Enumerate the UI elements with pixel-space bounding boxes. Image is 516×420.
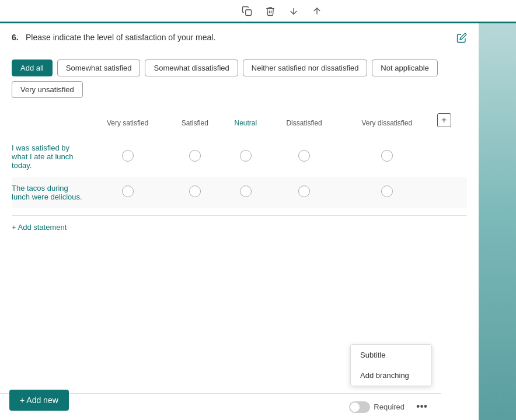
dropdown-add-branching[interactable]: Add branching: [351, 365, 431, 386]
add-column-btn[interactable]: +: [435, 110, 467, 136]
required-toggle: Required: [349, 401, 405, 413]
option-somewhat-dissatisfied[interactable]: Somewhat dissatisfied: [145, 60, 238, 76]
radio-circle[interactable]: [189, 186, 201, 197]
required-toggle-switch[interactable]: [349, 401, 370, 413]
row-2-label: The tacos during lunch were delicious.: [12, 177, 88, 208]
question-number: 6.: [12, 33, 21, 42]
radio-circle[interactable]: [122, 150, 134, 162]
question-text: Please indicate the level of satisfactio…: [26, 33, 452, 42]
survey-panel: 6. Please indicate the level of satisfac…: [0, 23, 479, 420]
move-down-icon[interactable]: [284, 2, 303, 20]
radio-r1c6: [435, 136, 467, 177]
move-up-icon[interactable]: [308, 2, 326, 20]
more-options-icon[interactable]: •••: [412, 398, 432, 415]
add-statement-row[interactable]: + Add statement: [12, 215, 467, 236]
radio-circle[interactable]: [381, 150, 393, 162]
radio-r1c3[interactable]: [222, 136, 270, 177]
add-branching-label: Add branching: [360, 371, 409, 380]
add-statement-label: + Add statement: [12, 223, 67, 232]
option-not-applicable[interactable]: Not applicable: [372, 60, 437, 76]
radio-r1c2[interactable]: [168, 136, 222, 177]
radio-r2c5[interactable]: [339, 177, 435, 208]
delete-icon[interactable]: [261, 2, 280, 20]
radio-circle[interactable]: [189, 150, 201, 162]
radio-r1c1[interactable]: [88, 136, 168, 177]
dropdown-menu: Subtitle Add branching: [350, 344, 432, 386]
row-1-label: I was satisfied by what I ate at lunch t…: [12, 136, 88, 177]
col-neutral: Neutral: [222, 110, 270, 136]
option-somewhat-satisfied[interactable]: Somewhat satisfied: [57, 60, 141, 76]
radio-circle[interactable]: [240, 186, 252, 197]
matrix-table: Very satisfied Satisfied Neutral Dissati…: [12, 110, 467, 208]
option-neither[interactable]: Neither satisfied nor dissatisfied: [243, 60, 368, 76]
options-row: Add all Somewhat satisfied Somewhat diss…: [12, 60, 467, 98]
radio-r1c5[interactable]: [339, 136, 435, 177]
radio-circle[interactable]: [298, 186, 310, 197]
top-toolbar: [0, 0, 516, 23]
col-satisfied: Satisfied: [168, 110, 222, 136]
dropdown-subtitle[interactable]: Subtitle: [351, 345, 431, 365]
copy-icon[interactable]: [238, 2, 256, 20]
matrix-row-1: I was satisfied by what I ate at lunch t…: [12, 136, 467, 177]
question-header: 6. Please indicate the level of satisfac…: [12, 33, 467, 50]
radio-circle[interactable]: [298, 150, 310, 162]
matrix-row-header: [12, 110, 88, 136]
right-panel: [479, 23, 516, 420]
radio-circle[interactable]: [122, 186, 134, 197]
radio-r2c2[interactable]: [168, 177, 222, 208]
col-very-satisfied: Very satisfied: [88, 110, 168, 136]
edit-icon[interactable]: [456, 33, 467, 46]
add-new-label: + Add new: [20, 396, 58, 405]
radio-circle[interactable]: [240, 150, 252, 162]
radio-r2c4[interactable]: [269, 177, 339, 208]
svg-rect-0: [246, 9, 252, 15]
col-very-dissatisfied: Very dissatisfied: [339, 110, 435, 136]
matrix-row-2: The tacos during lunch were delicious.: [12, 177, 467, 208]
toolbar-icons: [238, 2, 326, 20]
radio-r1c4[interactable]: [269, 136, 339, 177]
radio-r2c3[interactable]: [222, 177, 270, 208]
col-dissatisfied: Dissatisfied: [269, 110, 339, 136]
plus-icon[interactable]: +: [437, 113, 451, 127]
radio-circle[interactable]: [381, 186, 393, 197]
radio-r2c6: [435, 177, 467, 208]
subtitle-label: Subtitle: [360, 351, 385, 359]
radio-r2c1[interactable]: [88, 177, 168, 208]
option-very-unsatisfied[interactable]: Very unsatisfied: [12, 81, 83, 98]
add-new-button[interactable]: + Add new: [9, 390, 69, 411]
option-add-all[interactable]: Add all: [12, 60, 53, 76]
required-label: Required: [374, 402, 405, 411]
main-content: 6. Please indicate the level of satisfac…: [0, 23, 516, 420]
